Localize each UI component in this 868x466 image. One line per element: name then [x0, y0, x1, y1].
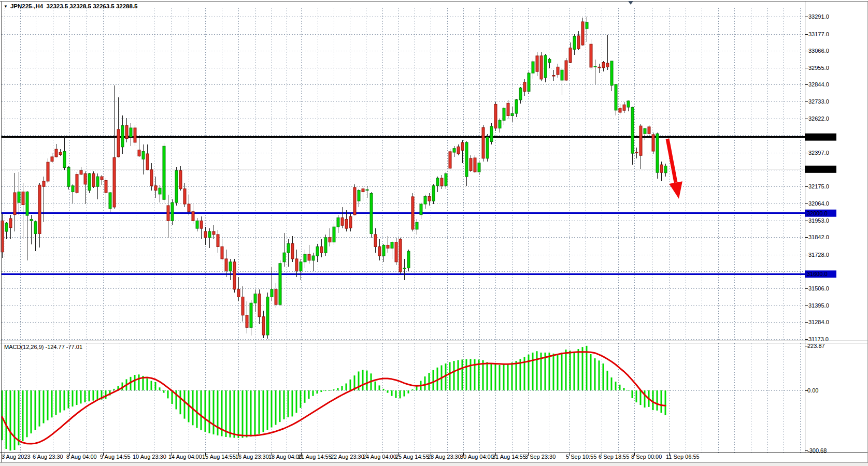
macd-histogram-bar	[636, 390, 637, 402]
candle-body-bull	[528, 73, 530, 91]
macd-histogram-bar	[532, 353, 534, 390]
candle-body-bear	[47, 162, 49, 181]
candle-body-bear	[51, 157, 53, 162]
candle-body-bull	[532, 62, 534, 73]
macd-histogram-bar	[275, 390, 277, 425]
candle-body-bull	[631, 107, 634, 153]
macd-histogram-bar	[578, 349, 579, 390]
macd-histogram-bar	[350, 380, 351, 390]
time-axis-label: 3 Sep 23:30	[525, 454, 556, 460]
macd-histogram-bar	[105, 390, 107, 399]
macd-histogram-bar	[582, 347, 584, 390]
macd-histogram-bar	[657, 390, 658, 411]
candle-body-bull	[30, 219, 33, 221]
macd-histogram-bar	[333, 389, 335, 390]
macd-histogram-bar	[561, 353, 563, 390]
price-axis-tick-label: 31506.0	[808, 285, 829, 292]
candle-body-bear	[105, 180, 107, 193]
candle-body-bull	[644, 128, 646, 134]
macd-histogram-bar	[238, 390, 239, 438]
candle-body-bear	[523, 82, 526, 92]
candle-body-bear	[428, 196, 431, 201]
macd-histogram-bar	[43, 390, 45, 423]
macd-indicator-label: MACD(12,26,9) -124.77 -77.01	[4, 344, 82, 350]
candle-body-bear	[557, 67, 559, 75]
price-marker-label: 32500.0	[807, 134, 828, 140]
candle-body-bear	[619, 108, 621, 112]
macd-histogram-bar	[329, 390, 331, 391]
macd-histogram-bar	[263, 390, 264, 432]
macd-histogram-bar	[395, 390, 397, 398]
price-axis-tick-label: 33066.0	[808, 48, 829, 54]
macd-histogram-bar	[619, 385, 621, 390]
candle-body-bull	[358, 191, 360, 201]
candle-body-bull	[34, 222, 37, 234]
macd-histogram-bar	[429, 373, 430, 390]
candle-body-bear	[552, 76, 555, 77]
time-axis-label: 31 Aug 14:55	[492, 454, 526, 460]
macd-histogram-bar	[557, 354, 559, 390]
candle-body-bear	[117, 129, 120, 157]
price-axis-tick-label: 31953.0	[808, 217, 829, 224]
macd-histogram-bar	[362, 370, 364, 390]
candle-body-bull	[515, 100, 518, 113]
candle-body-bear	[399, 239, 402, 272]
candle-body-bear	[76, 174, 78, 193]
macd-histogram-bar	[570, 351, 571, 390]
candle-body-bull	[159, 188, 161, 194]
macd-histogram-bar	[18, 390, 20, 445]
macd-histogram-bar	[366, 371, 368, 390]
macd-histogram-bar	[113, 389, 115, 390]
candle-body-bull	[478, 163, 480, 172]
candle-body-bear	[275, 289, 277, 304]
macd-histogram-bar	[424, 376, 426, 390]
macd-histogram-bar	[97, 390, 98, 400]
candle-body-bear	[474, 158, 476, 172]
candle-body-bear	[9, 219, 12, 228]
candle-body-bull	[254, 294, 257, 303]
candle-body-bull	[436, 178, 439, 186]
macd-histogram-bar	[412, 389, 414, 390]
quote-dropdown-icon[interactable]: ▼	[4, 4, 8, 9]
candle-body-bear	[183, 189, 186, 204]
macd-histogram-bar	[151, 381, 152, 390]
chart-background	[0, 0, 868, 466]
macd-histogram-bar	[250, 390, 252, 436]
candle-body-bear	[233, 262, 236, 289]
candle-body-bull	[163, 146, 165, 199]
candle-body-bear	[200, 221, 203, 228]
macd-histogram-bar	[341, 386, 343, 390]
candle-body-bull	[88, 173, 91, 190]
candle-body-bear	[569, 48, 572, 63]
candle-body-bear	[154, 186, 157, 191]
candle-body-bear	[204, 231, 207, 238]
macd-histogram-bar	[495, 365, 496, 390]
macd-histogram-bar	[404, 390, 405, 397]
candle-body-bear	[188, 204, 190, 212]
candle-body-bear	[92, 173, 95, 186]
time-axis-label: 25 Aug 14:55	[395, 454, 429, 460]
chart-canvas[interactable]: 33291.033177.033066.032955.032844.032733…	[0, 0, 868, 466]
candle-body-bear	[362, 189, 364, 192]
macd-axis-tick-label: -300.68	[807, 447, 827, 454]
macd-histogram-bar	[172, 390, 173, 404]
candle-body-bear	[440, 178, 443, 186]
candle-body-bull	[5, 223, 8, 231]
macd-histogram-bar	[511, 362, 513, 390]
macd-histogram-bar	[487, 362, 488, 390]
candle-body-bull	[312, 256, 315, 260]
macd-histogram-bar	[433, 370, 434, 390]
macd-histogram-bar	[134, 375, 136, 390]
macd-histogram-bar	[453, 361, 455, 390]
macd-histogram-bar	[321, 390, 322, 392]
macd-histogram-bar	[205, 390, 206, 432]
macd-histogram-bar	[159, 387, 161, 390]
macd-histogram-bar	[201, 390, 202, 430]
candle-body-bull	[573, 36, 576, 49]
candle-body-bull	[229, 262, 232, 271]
price-axis-tick-label: 33291.0	[808, 13, 829, 20]
candle-body-bull	[250, 303, 252, 327]
price-marker-label: 32288.5	[807, 166, 828, 172]
candle-body-bear	[221, 246, 223, 259]
candle-body-bull	[130, 128, 132, 137]
